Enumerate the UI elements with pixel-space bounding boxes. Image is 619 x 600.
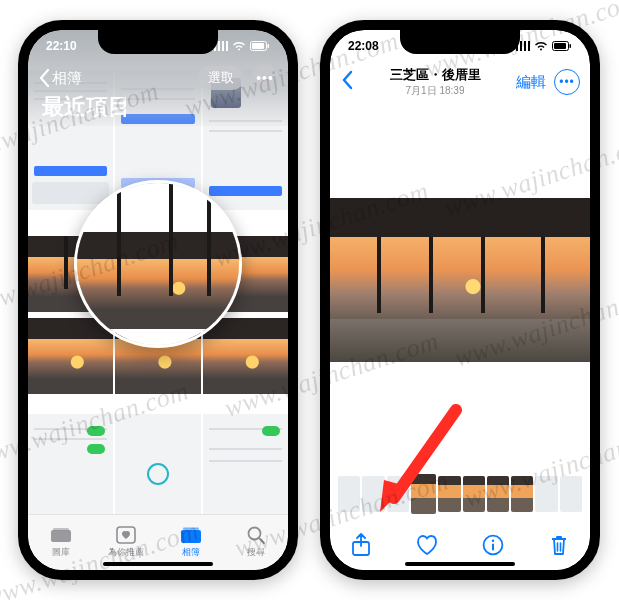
phone-right: 22:08 三芝區・後厝里 7月1日 18:39 編輯 ••• <box>320 20 600 580</box>
tab-label: 為你推薦 <box>108 546 144 559</box>
nav-bar: 三芝區・後厝里 7月1日 18:39 編輯 ••• <box>330 60 590 104</box>
svg-line-9 <box>259 538 264 543</box>
photo-location: 三芝區・後厝里 <box>354 66 516 84</box>
more-button[interactable]: ••• <box>554 69 580 95</box>
status-icons <box>516 41 572 52</box>
grid-thumb[interactable] <box>203 414 288 520</box>
filmstrip-thumb[interactable] <box>511 476 533 512</box>
tab-label: 搜尋 <box>247 546 265 559</box>
select-button[interactable]: 選取 <box>198 66 244 90</box>
svg-rect-4 <box>53 528 69 531</box>
svg-point-16 <box>492 540 494 542</box>
svg-rect-17 <box>492 544 494 551</box>
page-title: 最近項目 <box>42 92 130 122</box>
back-label: 相簿 <box>52 69 82 88</box>
delete-button[interactable] <box>546 532 572 558</box>
svg-rect-1 <box>252 43 264 49</box>
magnifier-overlay <box>74 180 242 348</box>
svg-rect-12 <box>570 44 572 48</box>
grid-thumb[interactable] <box>115 414 200 520</box>
filmstrip-thumb[interactable] <box>387 476 409 512</box>
grid-thumb[interactable] <box>28 318 113 394</box>
phone-left: 22:10 相簿 選取 ••• 最近項目 <box>18 20 298 580</box>
info-icon <box>482 534 504 556</box>
like-button[interactable] <box>414 532 440 558</box>
svg-rect-11 <box>554 43 566 49</box>
screen-left: 22:10 相簿 選取 ••• 最近項目 <box>28 30 288 570</box>
svg-rect-6 <box>181 530 201 543</box>
filmstrip-thumb[interactable] <box>438 476 460 512</box>
tab-label: 相簿 <box>182 546 200 559</box>
home-indicator[interactable] <box>103 562 213 566</box>
heart-icon <box>415 534 439 556</box>
filmstrip-thumb[interactable] <box>463 476 485 512</box>
status-time: 22:10 <box>46 39 77 53</box>
tab-search[interactable]: 搜尋 <box>223 515 288 570</box>
notch <box>400 30 520 54</box>
battery-icon <box>250 41 270 51</box>
battery-icon <box>552 41 572 51</box>
heart-square-icon <box>115 526 137 544</box>
trash-icon <box>549 533 569 557</box>
filmstrip-thumb[interactable] <box>487 476 509 512</box>
svg-rect-7 <box>183 528 199 530</box>
chevron-left-icon <box>38 69 50 87</box>
photo-datetime: 7月1日 18:39 <box>354 84 516 98</box>
filmstrip-thumb[interactable] <box>338 476 360 512</box>
chevron-left-icon <box>340 70 354 90</box>
share-button[interactable] <box>348 532 374 558</box>
library-icon <box>50 526 72 544</box>
title-area: 三芝區・後厝里 7月1日 18:39 <box>354 66 516 98</box>
filmstrip-thumb[interactable] <box>362 476 384 512</box>
svg-rect-2 <box>268 44 270 48</box>
filmstrip-thumb[interactable] <box>560 476 582 512</box>
more-button[interactable]: ••• <box>252 65 278 91</box>
edit-button[interactable]: 編輯 <box>516 73 546 92</box>
grid-thumb[interactable] <box>203 318 288 394</box>
tab-library[interactable]: 圖庫 <box>28 515 93 570</box>
svg-rect-3 <box>51 530 71 542</box>
filmstrip-thumb-selected[interactable] <box>411 474 437 514</box>
search-icon <box>245 526 267 544</box>
filmstrip[interactable] <box>338 474 582 514</box>
home-indicator[interactable] <box>405 562 515 566</box>
info-button[interactable] <box>480 532 506 558</box>
albums-icon <box>180 526 202 544</box>
status-time: 22:08 <box>348 39 379 53</box>
filmstrip-thumb[interactable] <box>535 476 557 512</box>
back-button[interactable]: 相簿 <box>38 69 82 88</box>
tab-label: 圖庫 <box>52 546 70 559</box>
screen-right: 22:08 三芝區・後厝里 7月1日 18:39 編輯 ••• <box>330 30 590 570</box>
wifi-icon <box>232 41 246 52</box>
back-button[interactable] <box>340 70 354 94</box>
notch <box>98 30 218 54</box>
share-icon <box>351 533 371 557</box>
status-icons <box>214 41 270 52</box>
grid-thumb[interactable] <box>28 414 113 520</box>
photo-viewport[interactable] <box>330 198 590 362</box>
wifi-icon <box>534 41 548 52</box>
